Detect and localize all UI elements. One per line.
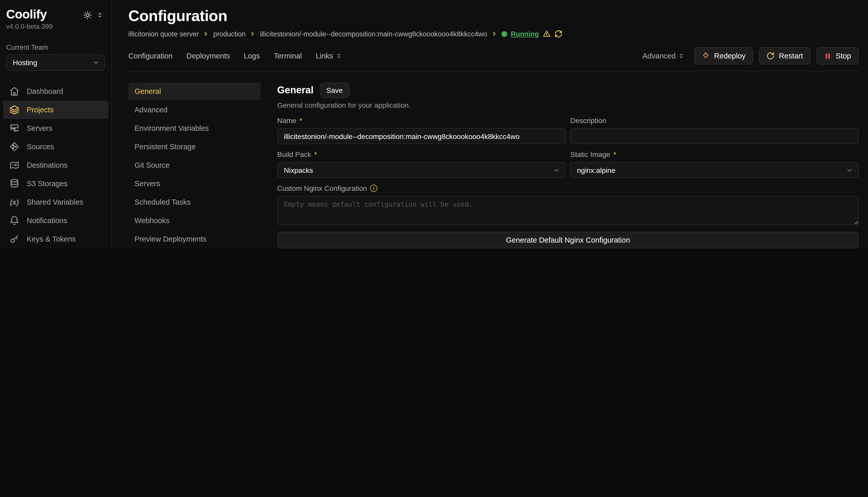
chevrons-up-down-icon [336,53,342,59]
sidebar-item-keys-tokens[interactable]: Keys & Tokens [3,230,108,248]
tab-deployments[interactable]: Deployments [187,52,230,60]
save-button[interactable]: Save [320,83,349,98]
key-icon [9,234,19,244]
content-area: General Advanced Environment Variables P… [128,71,859,248]
subnav-item-git-source[interactable]: Git Source [128,156,261,174]
required-asterisk: * [614,150,616,158]
subnav-item-advanced[interactable]: Advanced [128,101,261,118]
sidebar-item-s3-storages[interactable]: S3 Storages [3,174,108,193]
sidebar-item-shared-variables[interactable]: (x) Shared Variables [3,193,108,211]
stop-label: Stop [836,52,851,60]
server-icon [9,123,19,133]
app-version: v4.0.0-beta.399 [0,22,111,30]
sidebar-item-dashboard[interactable]: Dashboard [3,82,108,101]
restart-button[interactable]: Restart [759,47,811,65]
restart-label: Restart [779,52,803,60]
breadcrumb-environment[interactable]: production [213,30,246,38]
stop-button[interactable]: Stop [816,47,859,65]
tab-terminal[interactable]: Terminal [274,52,302,60]
page-title: Configuration [128,7,859,25]
tab-links[interactable]: Links [316,52,342,60]
status-badge: Running [501,30,562,38]
nginx-config-label: Custom Nginx Configuration [277,184,367,192]
subnav-item-scheduled-tasks[interactable]: Scheduled Tasks [128,193,261,211]
tab-links-label: Links [316,52,333,60]
theme-sun-icon[interactable] [83,11,92,19]
subnav-item-persistent-storage[interactable]: Persistent Storage [128,138,261,155]
sidebar-item-sources[interactable]: Sources [3,138,108,156]
sidebar-item-label: Notifications [27,216,67,225]
team-select-value: Hosting [13,58,37,67]
build-pack-select[interactable]: Nixpacks [277,162,566,178]
name-input[interactable] [277,128,566,144]
section-subtitle: General configuration for your applicati… [277,101,859,109]
tab-logs[interactable]: Logs [244,52,260,60]
build-pack-value: Nixpacks [284,166,313,174]
sidebar-item-label: Projects [27,106,54,114]
subnav-item-general[interactable]: General [128,83,261,100]
breadcrumb-application[interactable]: illicitestonion/-module--decomposition:m… [260,30,487,38]
restart-icon [767,52,775,60]
main-area: Configuration illicitonion quote server … [112,0,868,248]
tab-configuration[interactable]: Configuration [128,52,173,60]
sidebar-nav: Dashboard Projects Servers Sources Desti… [0,82,111,248]
app-window: Coolify v4.0.0-beta.399 Current Team Hos… [0,0,868,248]
sidebar: Coolify v4.0.0-beta.399 Current Team Hos… [0,0,112,248]
general-form: General Save General configuration for y… [261,83,859,248]
description-input[interactable] [570,128,859,144]
chevron-right-icon [491,31,497,37]
required-asterisk: * [300,116,302,125]
breadcrumb-project[interactable]: illicitonion quote server [128,30,199,38]
redeploy-button[interactable]: Redeploy [694,47,753,65]
sidebar-item-label: Servers [27,124,52,132]
sidebar-item-label: S3 Storages [27,180,68,188]
sidebar-item-label: Destinations [27,161,68,169]
nginx-config-textarea[interactable] [277,196,859,225]
status-dot [501,31,507,37]
bell-icon [9,215,19,226]
build-pack-label: Build Pack [277,150,311,158]
theme-chevrons-icon[interactable] [97,12,103,18]
warning-triangle-icon[interactable] [542,30,551,38]
sidebar-item-projects[interactable]: Projects [3,101,108,119]
chevron-right-icon [203,31,209,37]
subnav-item-preview-deployments[interactable]: Preview Deployments [128,230,261,248]
stop-icon [824,52,831,60]
static-image-value: nginx:alpine [577,166,615,174]
redeploy-label: Redeploy [714,52,746,60]
git-source-icon [9,142,19,152]
chevron-right-icon [250,31,256,37]
status-text[interactable]: Running [511,30,539,38]
team-select[interactable]: Hosting [6,54,105,71]
description-label: Description [570,116,606,125]
subnav-item-servers[interactable]: Servers [128,175,261,192]
home-icon [9,86,19,96]
generate-nginx-button[interactable]: Generate Default Nginx Configuration [277,232,859,248]
sidebar-item-label: Sources [27,143,54,151]
sidebar-item-notifications[interactable]: Notifications [3,211,108,230]
advanced-dropdown[interactable]: Advanced [643,52,684,60]
tab-bar: Configuration Deployments Logs Terminal … [128,47,859,71]
redeploy-icon [702,52,710,60]
sidebar-item-tags[interactable]: Tags [3,248,108,248]
chevrons-up-down-icon [678,53,684,59]
static-image-select[interactable]: nginx:alpine [570,162,859,178]
name-label: Name [277,116,297,125]
static-image-label: Static Image [570,150,610,158]
subnav-item-webhooks[interactable]: Webhooks [128,212,261,229]
current-team-label: Current Team [0,30,111,54]
sidebar-item-destinations[interactable]: Destinations [3,156,108,174]
app-logo[interactable]: Coolify [6,7,47,22]
info-icon[interactable]: i [370,185,377,192]
refresh-icon[interactable] [554,30,563,38]
chevron-down-icon [846,167,853,174]
breadcrumb: illicitonion quote server production ill… [128,30,859,38]
subnav-item-environment-variables[interactable]: Environment Variables [128,119,261,137]
sidebar-item-label: Dashboard [27,87,63,95]
required-asterisk: * [314,150,317,158]
chevron-down-icon [553,167,560,174]
sidebar-item-servers[interactable]: Servers [3,119,108,138]
section-heading-general: General [277,85,314,96]
database-icon [9,179,19,189]
chevron-down-icon [92,59,100,66]
